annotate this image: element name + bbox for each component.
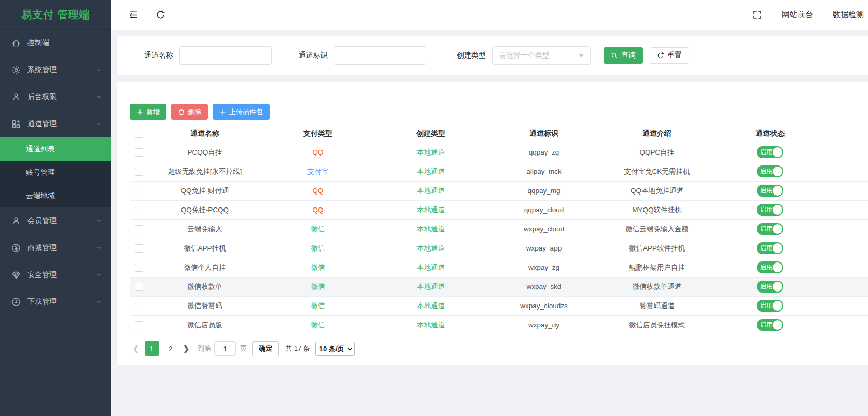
- reset-button-label: 重置: [667, 51, 682, 60]
- channel-name-input[interactable]: [179, 46, 272, 65]
- sidebar-item-0[interactable]: 控制端: [0, 30, 111, 57]
- goto-page-input[interactable]: [214, 341, 236, 356]
- status-toggle[interactable]: 启用: [757, 261, 783, 273]
- download-icon: [11, 297, 21, 307]
- channel-code-input[interactable]: [334, 46, 426, 65]
- upload-plugin-button[interactable]: 上传插件包: [213, 104, 270, 120]
- toggle-knob: [773, 320, 782, 330]
- row-checkbox[interactable]: [135, 321, 143, 329]
- status-toggle[interactable]: 启用: [757, 204, 783, 216]
- sidebar-item-2[interactable]: 后台权限: [0, 84, 111, 110]
- reset-button[interactable]: 重置: [650, 47, 689, 64]
- sidebar-item-label: 系统管理: [27, 65, 96, 75]
- data-check-link[interactable]: 数据检测: [833, 10, 864, 20]
- status-toggle[interactable]: 启用: [757, 300, 783, 312]
- channel-code: wxpay_skd: [487, 277, 600, 296]
- search-button[interactable]: 查询: [604, 47, 643, 64]
- create-type-placeholder: 请选择一个类型: [499, 51, 550, 60]
- sidebar-item-4[interactable]: 会员管理: [0, 207, 111, 234]
- status-toggle[interactable]: 启用: [757, 165, 783, 177]
- sidebar-item-7[interactable]: 下载管理: [0, 288, 111, 315]
- header-pay-type: 支付类型: [261, 125, 374, 143]
- filter-group-name: 通道名称: [144, 46, 272, 65]
- channel-table-card: 新增 删除 上传插件包 通道名称 支付类型: [117, 82, 868, 365]
- sidebar-menu: 控制端系统管理后台权限通道管理通道列表账号管理云端地域会员管理商城管理安全管理下…: [0, 30, 111, 416]
- row-checkbox[interactable]: [135, 168, 143, 176]
- row-checkbox[interactable]: [135, 187, 143, 195]
- sidebar-subitem-1[interactable]: 账号管理: [0, 161, 111, 184]
- status-toggle[interactable]: 启用: [757, 185, 783, 197]
- status-toggle-label: 启用: [760, 263, 773, 272]
- channel-code: wxpay_cloudzs: [487, 296, 600, 315]
- channel-code: alipay_mck: [487, 162, 600, 181]
- row-checkbox[interactable]: [135, 148, 143, 157]
- page-size-select[interactable]: 10 条/页: [315, 342, 355, 356]
- refresh-icon[interactable]: [156, 10, 165, 20]
- header-create-type: 创建类型: [374, 125, 487, 143]
- channel-name: PCQQ自挂: [148, 143, 261, 162]
- sidebar-subitem-2[interactable]: 云端地域: [0, 184, 111, 207]
- next-page-icon[interactable]: ❯: [180, 344, 193, 353]
- pay-type: 微信: [261, 239, 374, 258]
- page-unit-label: 页: [240, 344, 247, 353]
- sidebar-item-1[interactable]: 系统管理: [0, 57, 111, 84]
- toggle-knob: [773, 167, 782, 176]
- status-toggle[interactable]: 启用: [757, 223, 783, 235]
- row-checkbox[interactable]: [135, 302, 143, 310]
- channel-intro: 微信云端免输入金额: [600, 219, 713, 239]
- sidebar-item-3[interactable]: 通道管理: [0, 110, 111, 137]
- status-toggle[interactable]: 启用: [757, 319, 783, 331]
- page-button-2[interactable]: 2: [163, 341, 178, 356]
- channel-code: wxpay_zg: [487, 258, 600, 277]
- row-checkbox[interactable]: [135, 283, 143, 291]
- sidebar-item-label: 会员管理: [27, 216, 96, 226]
- channel-intro: 微信收款单通道: [600, 277, 713, 296]
- channel-code: qqpay_cloud: [487, 200, 600, 219]
- site-front-link[interactable]: 网站前台: [782, 10, 813, 20]
- sidebar: 易支付 管理端 控制端系统管理后台权限通道管理通道列表账号管理云端地域会员管理商…: [0, 0, 111, 416]
- status-toggle-label: 启用: [760, 167, 773, 176]
- toggle-knob: [773, 301, 782, 311]
- main-area: 网站前台 数据检测 通道名称 通道标识 创建类型 请选择一个类型 查询 重置: [111, 0, 868, 416]
- table-row: 云端免输入微信本地通道wxpay_cloud微信云端免输入金额启用: [130, 219, 868, 239]
- plus-icon: [219, 108, 227, 116]
- create-type-select[interactable]: 请选择一个类型: [492, 46, 591, 65]
- table-row: 超级无敌免挂[永不掉线]支付宝本地通道alipay_mck支付宝免CK无需挂机启…: [130, 162, 868, 181]
- channel-name-label: 通道名称: [144, 51, 173, 60]
- delete-button[interactable]: 删除: [171, 104, 208, 120]
- sidebar-subitem-0[interactable]: 通道列表: [0, 137, 111, 161]
- sidebar-item-6[interactable]: 安全管理: [0, 261, 111, 288]
- filter-bar: 通道名称 通道标识 创建类型 请选择一个类型 查询 重置: [117, 36, 868, 75]
- row-checkbox[interactable]: [135, 225, 143, 233]
- add-button[interactable]: 新增: [130, 104, 166, 120]
- status-toggle[interactable]: 启用: [757, 146, 783, 158]
- yen-icon: [11, 243, 21, 253]
- status-toggle-label: 启用: [760, 148, 773, 157]
- table-row: 微信个人自挂微信本地通道wxpay_zg鲲鹏框架用户自挂启用: [130, 258, 868, 277]
- toggle-knob: [773, 262, 782, 272]
- user-icon: [11, 216, 21, 226]
- goto-confirm-button[interactable]: 确定: [252, 341, 279, 356]
- prev-page-icon[interactable]: ❮: [130, 344, 143, 353]
- sidebar-item-5[interactable]: 商城管理: [0, 234, 111, 261]
- select-all-checkbox[interactable]: [135, 130, 143, 138]
- create-type: 本地通道: [374, 162, 487, 181]
- row-checkbox[interactable]: [135, 264, 143, 272]
- status-toggle-label: 启用: [760, 282, 773, 291]
- header-channel-status: 通道状态: [713, 125, 827, 143]
- pay-type: QQ: [261, 143, 374, 162]
- total-count: 共 17 条: [285, 344, 310, 353]
- create-type: 本地通道: [374, 277, 487, 296]
- row-checkbox[interactable]: [135, 206, 143, 214]
- row-checkbox[interactable]: [135, 244, 143, 253]
- pay-type: 微信: [261, 315, 374, 335]
- fullscreen-icon[interactable]: [752, 10, 762, 20]
- status-toggle[interactable]: 启用: [757, 281, 783, 293]
- status-toggle[interactable]: 启用: [757, 242, 783, 254]
- collapse-menu-icon[interactable]: [129, 10, 138, 20]
- create-type: 本地通道: [374, 181, 487, 200]
- toggle-knob: [773, 224, 782, 234]
- pay-type: 微信: [261, 258, 374, 277]
- page-button-1[interactable]: 1: [145, 341, 159, 356]
- filter-group-type: 创建类型 请选择一个类型: [457, 46, 591, 65]
